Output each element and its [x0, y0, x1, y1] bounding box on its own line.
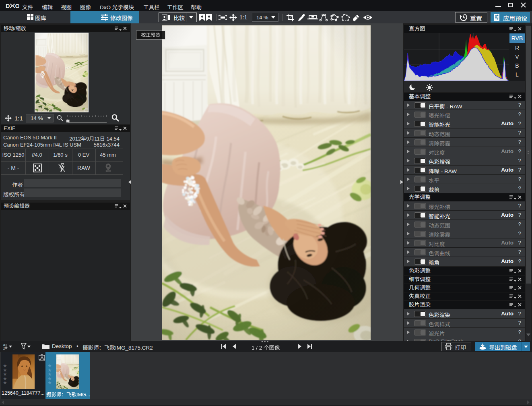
svg-text:O: O [15, 3, 20, 9]
svg-text:z: z [3, 346, 5, 350]
svg-text:D: D [6, 3, 10, 9]
